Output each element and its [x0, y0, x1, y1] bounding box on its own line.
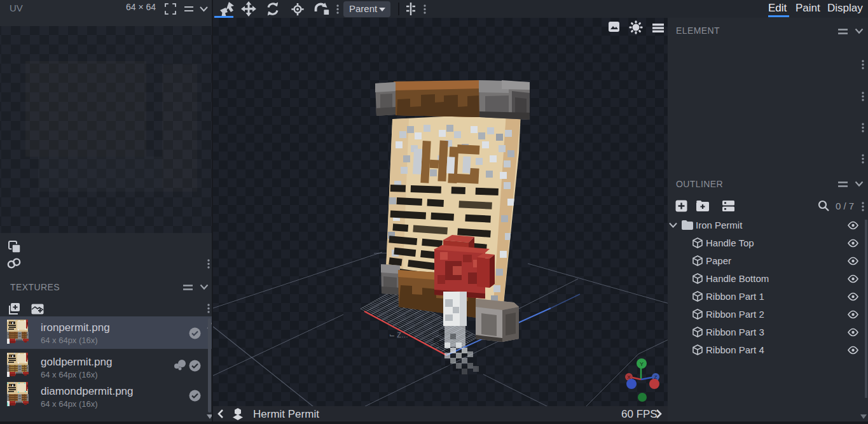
- svg-text:⌙ Z…: ⌙ Z…: [389, 331, 408, 339]
- svg-text:Y: Y: [640, 361, 644, 367]
